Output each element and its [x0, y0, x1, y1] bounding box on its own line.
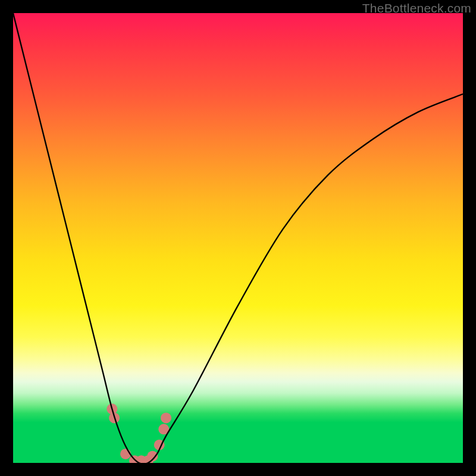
bottleneck-curve [13, 13, 463, 463]
watermark-text: TheBottleneck.com [362, 1, 471, 15]
chart-frame [13, 13, 463, 463]
